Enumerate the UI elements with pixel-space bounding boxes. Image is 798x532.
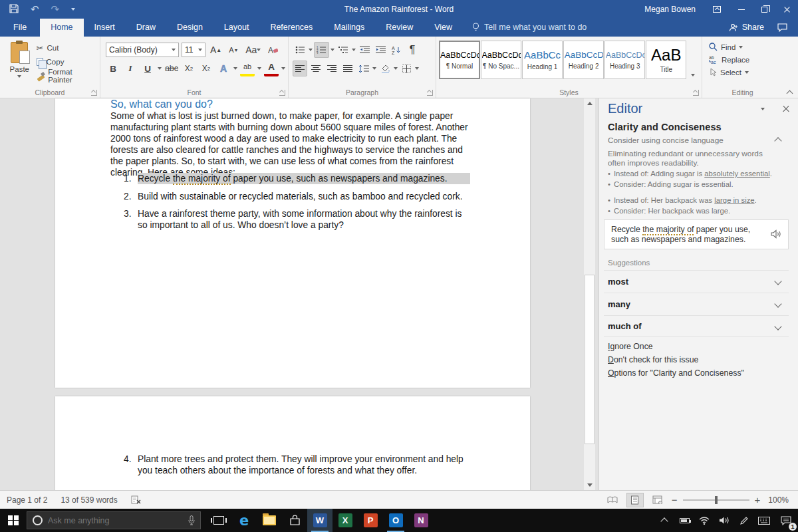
strikethrough-button[interactable]: abc — [164, 61, 179, 76]
doc-paragraph[interactable]: Some of what is lost is just burned down… — [110, 111, 475, 178]
page-indicator[interactable]: Page 1 of 2 — [0, 491, 54, 509]
tab-home[interactable]: Home — [40, 19, 83, 37]
print-layout-button[interactable] — [626, 493, 644, 507]
taskbar-outlook[interactable]: O — [383, 509, 408, 532]
font-color-caret-icon[interactable] — [281, 67, 285, 70]
bullets-caret-icon[interactable] — [309, 49, 313, 51]
list-text[interactable]: Plant more trees and protect them. They … — [138, 454, 470, 476]
copy-button[interactable]: Copy — [37, 56, 97, 68]
grow-font-button[interactable]: A▲ — [208, 42, 223, 58]
text-highlight-button[interactable]: ab — [240, 61, 255, 76]
style-no-spacing[interactable]: AaBbCcDd ¶ No Spac... — [481, 41, 521, 79]
zoom-level[interactable]: 100% — [768, 495, 789, 505]
numbering-caret-icon[interactable] — [331, 49, 334, 51]
styles-dialog-launcher[interactable] — [693, 90, 699, 96]
tab-draw[interactable]: Draw — [126, 19, 166, 37]
share-button[interactable]: Share — [729, 23, 764, 32]
style-heading1[interactable]: AaBbCc Heading 1 — [522, 41, 563, 79]
subscript-button[interactable]: X2 — [182, 61, 196, 76]
font-dialog-launcher[interactable] — [279, 90, 285, 96]
shading-caret-icon[interactable] — [394, 67, 398, 70]
style-normal[interactable]: AaBbCcDd ¶ Normal — [439, 41, 480, 79]
document-scrollbar[interactable] — [584, 98, 595, 490]
find-button[interactable]: Find — [705, 41, 780, 53]
options-clarity-link[interactable]: Options for "Clarity and Conciseness" — [608, 368, 744, 378]
scroll-down-button[interactable] — [584, 480, 595, 490]
selected-sentence[interactable]: Recycle the majority of paper you use, s… — [138, 173, 470, 184]
scroll-up-button[interactable] — [584, 98, 595, 108]
search-input[interactable] — [48, 516, 183, 525]
tray-show-hidden-icons[interactable] — [654, 509, 674, 532]
suggestion-most[interactable]: most — [604, 270, 789, 292]
ignore-once-link[interactable]: Ignore Once — [608, 342, 653, 351]
tell-me-box[interactable]: Tell me what you want to do — [472, 23, 587, 37]
collapse-ribbon-button[interactable] — [787, 89, 793, 95]
zoom-out-button[interactable]: − — [672, 495, 678, 505]
highlight-caret-icon[interactable] — [257, 67, 261, 70]
align-right-button[interactable] — [325, 61, 339, 76]
taskbar-word[interactable]: W — [307, 509, 332, 532]
close-button[interactable] — [775, 0, 798, 19]
cortana-search-box[interactable] — [27, 511, 201, 529]
superscript-button[interactable]: X2 — [199, 61, 213, 76]
paste-button[interactable]: Paste — [3, 41, 37, 87]
line-spacing-button[interactable] — [356, 61, 371, 76]
collapse-issue-chevron-icon[interactable] — [774, 137, 781, 144]
tray-volume[interactable] — [714, 509, 734, 532]
tray-wifi[interactable] — [694, 509, 714, 532]
increase-indent-button[interactable] — [373, 42, 388, 58]
task-view-button[interactable] — [206, 509, 231, 532]
read-mode-button[interactable] — [604, 493, 621, 507]
tray-pen[interactable] — [734, 509, 754, 532]
tab-mailings[interactable]: Mailings — [323, 19, 375, 37]
clear-formatting-button[interactable]: A — [265, 42, 280, 58]
list-text[interactable]: Have a rainforest theme party, with some… — [138, 208, 470, 231]
minimize-button[interactable] — [730, 0, 753, 19]
clipboard-dialog-launcher[interactable] — [91, 90, 97, 96]
comments-icon[interactable] — [777, 23, 787, 32]
read-aloud-button[interactable] — [771, 229, 781, 241]
editor-pane-menu-caret-icon[interactable] — [761, 108, 765, 110]
suggestion-many[interactable]: many — [604, 293, 789, 315]
tab-references[interactable]: References — [259, 19, 323, 37]
replace-button[interactable]: abac Replace — [705, 53, 780, 66]
account-name[interactable]: Megan Bowen — [644, 5, 696, 14]
style-heading2[interactable]: AaBbCcD Heading 2 — [563, 41, 604, 79]
italic-button[interactable]: I — [123, 61, 138, 76]
flagged-phrase[interactable]: the majority of — [173, 174, 231, 185]
doc-list-item-1[interactable]: 1. Recycle the majority of paper you use… — [124, 173, 470, 184]
proofing-status-button[interactable] — [124, 491, 148, 509]
style-heading3[interactable]: AaBbCcDc Heading 3 — [604, 41, 645, 79]
multilevel-list-button[interactable] — [336, 42, 350, 58]
zoom-slider[interactable] — [683, 499, 749, 501]
taskbar-powerpoint[interactable]: P — [358, 509, 383, 532]
underline-button[interactable]: U — [140, 61, 155, 76]
dont-check-issue-link[interactable]: Don't check for this issue — [608, 355, 698, 364]
save-icon[interactable] — [9, 4, 19, 15]
zoom-in-button[interactable]: + — [755, 495, 761, 505]
cut-button[interactable]: Cut — [37, 42, 97, 54]
tray-battery[interactable] — [674, 509, 694, 532]
suggestion-much-of[interactable]: much of — [604, 315, 789, 337]
sort-button[interactable]: AZ — [389, 42, 404, 58]
tray-keyboard[interactable] — [754, 509, 774, 532]
text-effects-caret-icon[interactable] — [233, 67, 237, 70]
underline-caret-icon[interactable] — [158, 67, 162, 70]
tab-design[interactable]: Design — [166, 19, 213, 37]
tab-view[interactable]: View — [424, 19, 463, 37]
select-button[interactable]: Select — [705, 66, 780, 78]
font-name-combo[interactable]: Calibri (Body) — [106, 43, 179, 57]
numbering-button[interactable]: 123 — [314, 42, 329, 58]
bullets-button[interactable] — [293, 42, 307, 58]
ribbon-display-options-button[interactable] — [708, 0, 730, 19]
scrollbar-thumb[interactable] — [585, 275, 595, 444]
font-color-button[interactable]: A — [264, 61, 279, 76]
paragraph-dialog-launcher[interactable] — [427, 90, 433, 96]
multilevel-caret-icon[interactable] — [352, 49, 356, 51]
doc-list-item-3[interactable]: 3. Have a rainforest theme party, with s… — [124, 208, 470, 231]
zoom-slider-thumb[interactable] — [715, 496, 718, 504]
tab-file[interactable]: File — [0, 19, 40, 37]
start-button[interactable] — [0, 509, 27, 532]
doc-list-item-2[interactable]: 2. Build with sustainable or recycled ma… — [124, 191, 470, 202]
align-center-button[interactable] — [309, 61, 323, 76]
